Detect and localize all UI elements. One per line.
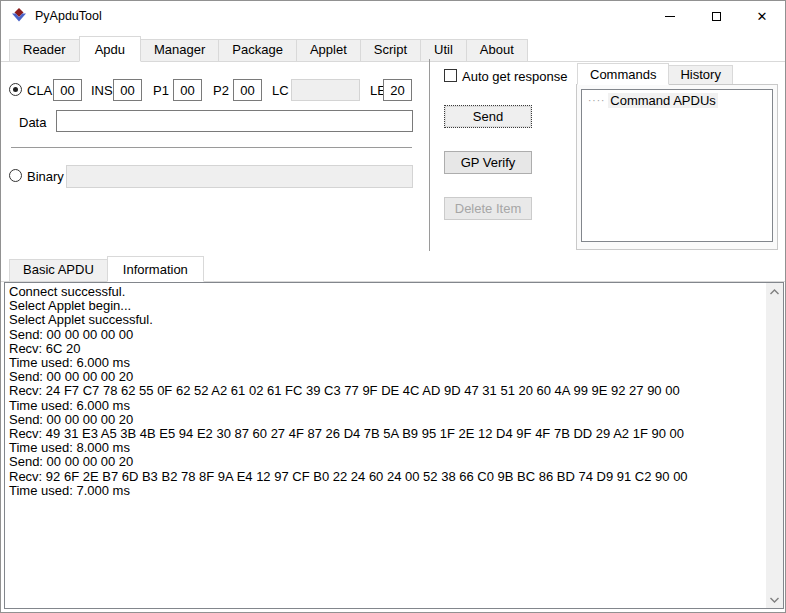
commands-page: ···· Command APDUs [576, 84, 778, 250]
log-line: Time used: 7.000 ms [9, 484, 766, 498]
chevron-down-icon [770, 597, 779, 603]
p1-label: P1 [153, 83, 169, 98]
scroll-down-button[interactable] [766, 591, 783, 608]
log-scrollbar[interactable] [766, 283, 783, 608]
app-window: PyApduTool ✕ Reader Apdu Manager Package… [0, 0, 786, 613]
tab-about[interactable]: About [466, 39, 528, 61]
tree-item-command-apdus[interactable]: ···· Command APDUs [588, 93, 772, 108]
close-icon: ✕ [757, 10, 768, 23]
cla-input[interactable] [53, 79, 82, 101]
delete-item-button: Delete Item [444, 197, 532, 220]
log-line: Recv: 6C 20 [9, 342, 766, 356]
main-tabstrip: Reader Apdu Manager Package Applet Scrip… [1, 35, 785, 62]
window-controls: ✕ [647, 1, 785, 32]
auto-get-response-label: Auto get response [462, 69, 568, 84]
p2-label: P2 [213, 83, 229, 98]
tab-manager[interactable]: Manager [140, 39, 219, 61]
cla-mode-radio[interactable] [9, 83, 22, 96]
tab-basic-apdu[interactable]: Basic APDU [9, 259, 108, 281]
log-line: Send: 00 00 00 00 20 [9, 370, 766, 384]
lc-label: LC [272, 83, 289, 98]
log-line: Recv: 49 31 E3 A5 3B 4B E5 94 E2 30 87 6… [9, 427, 766, 441]
log-line: Connect successful. [9, 285, 766, 299]
ins-label: INS [91, 83, 113, 98]
tab-package[interactable]: Package [218, 39, 297, 61]
tab-script[interactable]: Script [360, 39, 421, 61]
data-label: Data [19, 115, 46, 130]
app-logo-icon [11, 8, 27, 24]
gp-verify-button[interactable]: GP Verify [444, 151, 532, 174]
tab-apdu[interactable]: Apdu [79, 36, 141, 62]
le-input[interactable] [383, 79, 412, 101]
tab-reader[interactable]: Reader [9, 39, 80, 61]
command-tree: ···· Command APDUs [581, 89, 773, 242]
binary-input [66, 165, 413, 188]
log-line: Select Applet successful. [9, 313, 766, 327]
data-input[interactable] [56, 110, 413, 132]
minimize-icon [665, 16, 675, 17]
form-separator [11, 147, 412, 148]
output-tabstrip: Basic APDU Information [1, 256, 785, 282]
p2-input[interactable] [233, 79, 262, 101]
send-button[interactable]: Send [444, 105, 532, 128]
log-line: Time used: 6.000 ms [9, 356, 766, 370]
auto-get-response-checkbox[interactable] [444, 69, 457, 82]
maximize-button[interactable] [693, 1, 739, 32]
ins-input[interactable] [113, 79, 142, 101]
tab-util[interactable]: Util [420, 39, 467, 61]
scroll-up-button[interactable] [766, 283, 783, 300]
log-line: Select Applet begin... [9, 299, 766, 313]
titlebar: PyApduTool ✕ [1, 1, 785, 32]
tab-applet[interactable]: Applet [296, 39, 361, 61]
p1-input[interactable] [173, 79, 202, 101]
binary-mode-radio[interactable] [9, 169, 22, 182]
log-line: Time used: 6.000 ms [9, 399, 766, 413]
tree-branch-dots-icon: ···· [588, 95, 605, 106]
cla-label: CLA [27, 83, 52, 98]
chevron-up-icon [770, 289, 779, 295]
log-output: Connect successful.Select Applet begin..… [5, 283, 766, 608]
log-line: Recv: 24 F7 C7 78 62 55 0F 62 52 A2 61 0… [9, 384, 766, 398]
window-title: PyApduTool [35, 9, 102, 23]
apdu-page: CLA INS P1 P2 LC LE Data Binary Auto get… [1, 62, 785, 256]
tree-item-label: Command APDUs [608, 93, 717, 108]
minimize-button[interactable] [647, 1, 693, 32]
log-line: Send: 00 00 00 00 20 [9, 455, 766, 469]
lc-input [291, 79, 360, 101]
close-button[interactable]: ✕ [739, 1, 785, 32]
log-line: Recv: 92 6F 2E B7 6D B3 B2 78 8F 9A E4 1… [9, 470, 766, 484]
tab-history[interactable]: History [668, 65, 732, 84]
tab-information[interactable]: Information [107, 256, 204, 282]
log-line: Time used: 8.000 ms [9, 441, 766, 455]
panel-divider [429, 59, 430, 251]
maximize-icon [712, 12, 721, 21]
binary-label: Binary [27, 169, 64, 184]
log-line: Send: 00 00 00 00 20 [9, 413, 766, 427]
tab-commands[interactable]: Commands [577, 63, 669, 85]
log-line: Send: 00 00 00 00 00 [9, 328, 766, 342]
log-box: Connect successful.Select Applet begin..… [4, 282, 784, 609]
commands-tabstrip: Commands History [577, 63, 732, 84]
